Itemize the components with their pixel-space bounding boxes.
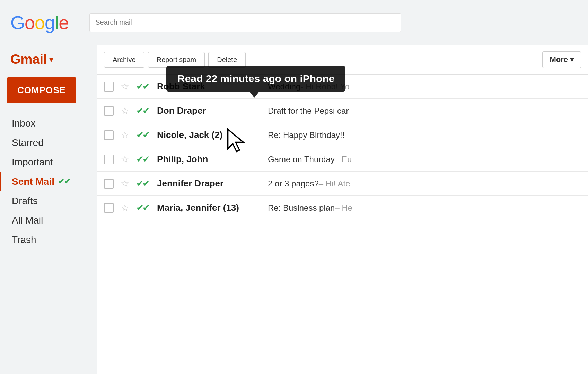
more-arrow-icon: ▾ (570, 55, 574, 64)
email-checkbox[interactable] (104, 82, 114, 92)
delete-button[interactable]: Delete (208, 52, 246, 68)
sidebar-label-starred: Starred (12, 137, 44, 148)
email-subject: Re: Happy Birthday!!– (268, 130, 581, 140)
google-logo: Google (10, 12, 69, 33)
read-check-icon: ✔✔ (136, 81, 149, 92)
compose-button[interactable]: COMPOSE (7, 77, 76, 103)
star-icon[interactable]: ☆ (121, 105, 129, 116)
sidebar-label-inbox: Inbox (12, 118, 36, 129)
email-row[interactable]: ☆ ✔✔ Robb Stark Wedding- Hi Robb! Yo (97, 75, 588, 99)
logo-g: G (10, 12, 25, 33)
content-area: Archive Report spam Delete More ▾ Read 2… (97, 45, 588, 374)
star-icon[interactable]: ☆ (121, 202, 129, 214)
sidebar-label-drafts: Drafts (12, 195, 38, 207)
email-subject: Draft for the Pepsi car (268, 106, 581, 116)
sidebar-item-trash[interactable]: Trash (0, 230, 97, 250)
sidebar-item-drafts[interactable]: Drafts (0, 191, 97, 211)
email-subject: Re: Business plan– He (268, 203, 581, 213)
sidebar-label-trash: Trash (12, 234, 36, 245)
sent-check-icon: ✔✔ (58, 177, 70, 186)
header: Google (0, 0, 588, 45)
email-subject: Wedding- Hi Robb! Yo (268, 82, 581, 92)
sidebar-item-important[interactable]: Important (0, 153, 97, 172)
sidebar: Gmail ▾ COMPOSE Inbox Starred Important … (0, 45, 97, 374)
read-check-icon: ✔✔ (136, 202, 149, 213)
gmail-dropdown-arrow[interactable]: ▾ (49, 55, 53, 64)
email-checkbox[interactable] (104, 179, 114, 189)
star-icon[interactable]: ☆ (121, 81, 129, 92)
email-checkbox[interactable] (104, 130, 114, 140)
logo-o1: o (25, 12, 35, 33)
email-checkbox[interactable] (104, 106, 114, 116)
read-check-icon: ✔✔ (136, 178, 149, 189)
email-preview: – Hi! Ate (319, 179, 350, 188)
email-sender: Robb Stark (157, 81, 268, 92)
archive-button[interactable]: Archive (104, 52, 144, 68)
sidebar-label-sent: Sent Mail (12, 176, 54, 187)
email-sender: Jennifer Draper (157, 178, 268, 189)
email-preview: - Hi Robb! Yo (300, 82, 349, 91)
email-subject: Game on Thurday– Eu (268, 155, 581, 164)
email-preview: – Eu (335, 155, 352, 164)
email-row[interactable]: ☆ ✔✔ Don Draper Draft for the Pepsi car (97, 99, 588, 123)
email-row[interactable]: ☆ ✔✔ Philip, John Game on Thurday– Eu (97, 147, 588, 172)
sidebar-item-starred[interactable]: Starred (0, 133, 97, 153)
email-sender: Don Draper (157, 105, 268, 116)
toolbar: Archive Report spam Delete More ▾ (97, 45, 588, 75)
logo-o2: o (35, 12, 45, 33)
search-input[interactable] (89, 13, 401, 32)
logo-l: l (55, 12, 59, 33)
sidebar-item-allmail[interactable]: All Mail (0, 211, 97, 230)
star-icon[interactable]: ☆ (121, 178, 129, 189)
star-icon[interactable]: ☆ (121, 129, 129, 141)
sidebar-item-inbox[interactable]: Inbox (0, 114, 97, 133)
sidebar-item-sent[interactable]: Sent Mail ✔✔ (0, 172, 97, 191)
email-row[interactable]: ☆ ✔✔ Jennifer Draper 2 or 3 pages?– Hi! … (97, 172, 588, 196)
email-preview: – He (335, 203, 352, 212)
read-check-icon: ✔✔ (136, 130, 149, 140)
sidebar-label-allmail: All Mail (12, 215, 43, 226)
search-bar[interactable] (89, 13, 401, 32)
spam-button[interactable]: Report spam (148, 52, 205, 68)
more-label: More (550, 55, 568, 64)
logo-e: e (59, 12, 69, 33)
email-checkbox[interactable] (104, 203, 114, 213)
email-list: ☆ ✔✔ Robb Stark Wedding- Hi Robb! Yo ☆ ✔… (97, 75, 588, 220)
gmail-label[interactable]: Gmail ▾ (0, 52, 97, 74)
read-check-icon: ✔✔ (136, 154, 149, 165)
sidebar-label-important: Important (12, 157, 53, 168)
read-check-icon: ✔✔ (136, 105, 149, 116)
email-row[interactable]: ☆ ✔✔ Nicole, Jack (2) Re: Happy Birthday… (97, 123, 588, 147)
email-sender: Nicole, Jack (2) (157, 130, 268, 140)
main-container: Gmail ▾ COMPOSE Inbox Starred Important … (0, 45, 588, 374)
email-checkbox[interactable] (104, 155, 114, 164)
logo-g2: g (45, 12, 55, 33)
more-button[interactable]: More ▾ (542, 51, 581, 68)
sidebar-nav: Inbox Starred Important Sent Mail ✔✔ Dra… (0, 114, 97, 250)
email-preview: – (344, 130, 349, 140)
email-sender: Philip, John (157, 154, 268, 165)
email-subject: 2 or 3 pages?– Hi! Ate (268, 179, 581, 189)
email-row[interactable]: ☆ ✔✔ Maria, Jennifer (13) Re: Business p… (97, 196, 588, 220)
gmail-title: Gmail (10, 52, 47, 67)
email-sender: Maria, Jennifer (13) (157, 202, 268, 213)
star-icon[interactable]: ☆ (121, 154, 129, 165)
